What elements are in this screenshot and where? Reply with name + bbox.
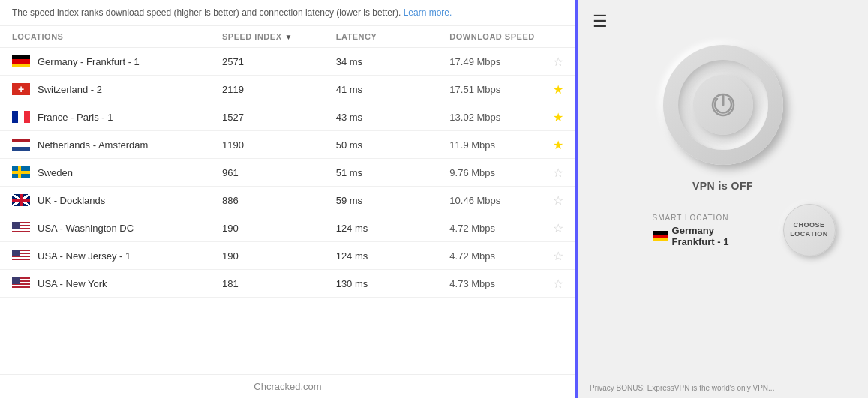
location-name: USA - New York [38,278,107,289]
download-value: 11.9 Mbps [449,139,563,151]
star-icon[interactable]: ☆ [553,55,563,69]
latency-value: 41 ms [336,84,450,95]
speed-index-value: 190 [222,223,336,234]
speed-index-value: 1190 [222,139,336,151]
latency-value: 130 ms [336,278,450,289]
vpn-circle-area: VPN is OFF SMART LOCATION GermanyFrankfu… [603,45,843,256]
hamburger-button[interactable]: ☰ [593,12,608,31]
location-cell: USA - Washington DC [12,222,222,234]
flag-icon [12,250,30,262]
download-value: 17.51 Mbps [449,84,563,95]
download-value: 13.02 Mbps [449,112,563,123]
table-row[interactable]: Sweden 961 51 ms 9.76 Mbps ☆ [0,159,575,187]
location-name: USA - Washington DC [38,223,134,234]
col-header-locations: LOCATIONS [12,32,222,41]
choose-location-button[interactable]: CHOOSELOCATION [783,204,836,256]
star-icon[interactable]: ☆ [553,277,563,291]
speed-index-value: 1527 [222,112,336,123]
learn-more-link[interactable]: Learn more. [404,7,452,18]
star-icon[interactable]: ☆ [553,166,563,180]
table-row[interactable]: Germany - Frankfurt - 1 2571 34 ms 17.49… [0,48,575,76]
speed-index-value: 961 [222,167,336,178]
location-name: Germany - Frankfurt - 1 [38,56,140,67]
location-name: Switzerland - 2 [38,84,102,95]
download-value: 4.72 Mbps [449,250,563,262]
latency-value: 124 ms [336,250,450,262]
star-icon[interactable]: ☆ [553,221,563,235]
table-row[interactable]: France - Paris - 1 1527 43 ms 13.02 Mbps… [0,103,575,131]
location-cell: Sweden [12,166,222,178]
table-row[interactable]: Switzerland - 2 2119 41 ms 17.51 Mbps ★ [0,76,575,103]
location-cell: USA - New York [12,277,222,289]
latency-value: 34 ms [336,56,450,67]
location-cell: Germany - Frankfurt - 1 [12,55,222,67]
location-cell: Switzerland - 2 [12,83,222,95]
speed-index-value: 886 [222,195,336,206]
speed-index-value: 2119 [222,84,336,95]
smart-location-value: GermanyFrankfurt - 1 [611,225,771,247]
latency-value: 50 ms [336,139,450,151]
location-name: UK - Docklands [38,195,105,206]
table-body: Germany - Frankfurt - 1 2571 34 ms 17.49… [0,48,575,374]
download-value: 10.46 Mbps [449,195,563,206]
watermark: Chcracked.com [0,374,575,398]
right-panel: ☰ VPN is OFF SMART LOCATION GermanyFr [578,0,868,398]
location-name: USA - New Jersey - 1 [38,250,131,262]
table-header: LOCATIONS SPEED INDEX ▼ LATENCY DOWNLOAD… [0,26,575,48]
location-cell: USA - New Jersey - 1 [12,250,222,262]
inner-ring [678,60,768,150]
latency-value: 51 ms [336,167,450,178]
flag-icon [12,222,30,234]
speed-index-value: 2571 [222,56,336,67]
location-name: Netherlands - Amsterdam [38,139,148,151]
left-panel: The speed index ranks download speed (hi… [0,0,578,398]
latency-value: 124 ms [336,223,450,234]
table-row[interactable]: USA - Washington DC 190 124 ms 4.72 Mbps… [0,214,575,242]
sort-arrow-icon: ▼ [284,33,292,41]
download-value: 4.73 Mbps [449,278,563,289]
speed-index-value: 181 [222,278,336,289]
speed-index-value: 190 [222,250,336,262]
star-icon[interactable]: ★ [553,138,563,152]
star-icon[interactable]: ☆ [553,249,563,263]
table-row[interactable]: Netherlands - Amsterdam 1190 50 ms 11.9 … [0,131,575,159]
power-icon [710,91,737,118]
location-name: France - Paris - 1 [38,112,113,123]
outer-ring [663,45,783,165]
table-row[interactable]: USA - New Jersey - 1 190 124 ms 4.72 Mbp… [0,242,575,270]
col-header-download: DOWNLOAD SPEED [449,32,563,41]
smart-location-area: SMART LOCATION GermanyFrankfurt - 1 CHOO… [603,204,843,256]
flag-icon [12,277,30,289]
table-row[interactable]: USA - New York 181 130 ms 4.73 Mbps ☆ [0,270,575,298]
flag-icon [12,139,30,151]
info-bar: The speed index ranks download speed (hi… [0,0,575,26]
flag-icon [12,194,30,206]
location-cell: France - Paris - 1 [12,111,222,123]
flag-icon [12,166,30,178]
location-cell: UK - Docklands [12,194,222,206]
flag-icon [12,83,30,95]
col-header-speed-index[interactable]: SPEED INDEX ▼ [222,32,336,41]
info-text: The speed index ranks download speed (hi… [12,7,401,18]
privacy-note: Privacy BONUS: ExpressVPN is the world's… [590,384,856,392]
star-icon[interactable]: ★ [553,110,563,124]
smart-location-name: GermanyFrankfurt - 1 [672,225,729,247]
download-value: 9.76 Mbps [449,167,563,178]
download-value: 17.49 Mbps [449,56,563,67]
smart-location-label: SMART LOCATION [611,214,771,222]
download-value: 4.72 Mbps [449,223,563,234]
vpn-status: VPN is OFF [692,180,753,192]
location-cell: Netherlands - Amsterdam [12,139,222,151]
col-header-latency: LATENCY [336,32,450,41]
star-icon[interactable]: ★ [553,82,563,97]
location-name: Sweden [38,167,73,178]
flag-icon [12,55,30,67]
flag-icon [12,111,30,123]
smart-location-info: SMART LOCATION GermanyFrankfurt - 1 [611,214,771,247]
table-row[interactable]: UK - Docklands 886 59 ms 10.46 Mbps ☆ [0,187,575,214]
star-icon[interactable]: ☆ [553,193,563,208]
smart-location-flag [653,231,668,241]
power-button[interactable] [693,75,753,135]
latency-value: 59 ms [336,195,450,206]
latency-value: 43 ms [336,112,450,123]
